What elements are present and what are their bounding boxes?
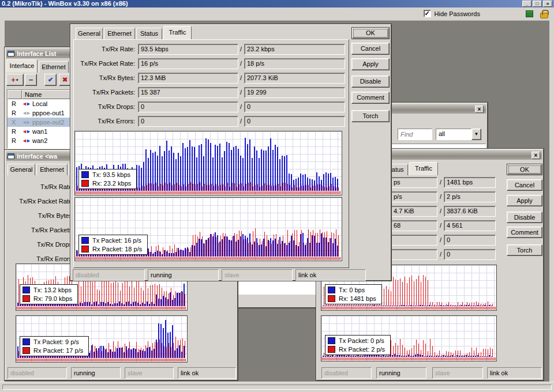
- field-label: Tx/Rx Packet Rate:: [73, 58, 135, 69]
- rx-bytes-field[interactable]: 2077.3 KiB: [244, 73, 345, 84]
- interface-dialog: General Ethernet Status Traffic Tx/Rx Ra…: [70, 24, 391, 281]
- statusbar-groove: [2, 385, 552, 390]
- separator: /: [240, 73, 242, 84]
- separator: /: [440, 177, 441, 188]
- tx-bytes-field[interactable]: 12.3 MiB: [138, 73, 238, 84]
- packet-rate-chart: Tx Packet: 0 p/sRx Packet: 2 p/s: [321, 315, 497, 361]
- tx-drops-field[interactable]: 0: [138, 101, 238, 112]
- rx-field[interactable]: 2 p/s: [444, 191, 496, 202]
- rx-packets-field[interactable]: 19 299: [244, 87, 345, 98]
- chart-baseline: [76, 257, 341, 260]
- legend-swatch: [23, 338, 30, 345]
- minimize-icon[interactable]: _: [522, 1, 531, 7]
- chart-legend: Tx Packet: 0 p/sRx Packet: 2 p/s: [325, 335, 391, 355]
- apply-button[interactable]: Apply: [351, 58, 390, 70]
- rx-field[interactable]: 4 561: [444, 220, 496, 231]
- separator: /: [440, 191, 441, 202]
- interface-name: pppoe-out2: [32, 118, 65, 127]
- enable-button[interactable]: ✔: [44, 74, 57, 86]
- remove-button[interactable]: −: [25, 74, 37, 86]
- add-button[interactable]: +▼: [6, 74, 24, 86]
- tab-traffic[interactable]: Traffic: [163, 26, 192, 39]
- status-disabled: disabled: [73, 269, 145, 281]
- disable-button[interactable]: Disable: [507, 212, 542, 223]
- apply-button[interactable]: Apply: [507, 195, 542, 206]
- rx-packet-rate-field[interactable]: 18 p/s: [244, 58, 345, 69]
- chart-legend: Tx Packet: 16 p/sRx Packet: 18 p/s: [78, 235, 148, 255]
- chart-legend: Tx: 13.2 kbpsRx: 79.0 kbps: [20, 284, 78, 304]
- legend-label: Tx Packet: 16 p/s: [92, 237, 141, 244]
- tab-ethernet[interactable]: Ethernet: [104, 28, 135, 39]
- chart-baseline: [322, 357, 496, 360]
- flag-column-header[interactable]: [8, 90, 22, 99]
- legend-label: Rx: 23.2 kbps: [92, 180, 131, 187]
- field-label: Tx/Rx Errors:: [73, 116, 135, 126]
- tab-traffic[interactable]: Traffic: [409, 162, 438, 175]
- app-title: 0.2 (MikroTik) - WinBox v3.30 on x86 (x8…: [2, 0, 128, 7]
- legend-swatch: [328, 287, 335, 293]
- legend-label: Rx: 79.0 kbps: [33, 295, 72, 302]
- rx-field[interactable]: 0: [444, 235, 496, 246]
- field-label: Tx/Rx Drops:: [73, 101, 135, 112]
- cancel-button[interactable]: Cancel: [351, 43, 390, 55]
- rx-drops-field[interactable]: 0: [244, 101, 345, 112]
- rx-field[interactable]: 3837.6 KiB: [444, 206, 496, 217]
- tab-ethernet[interactable]: Ethernet: [39, 61, 69, 73]
- disable-button[interactable]: ✖: [59, 74, 71, 86]
- tab-interface[interactable]: Interface: [6, 59, 38, 73]
- tx-packets-field[interactable]: 15 387: [138, 87, 238, 98]
- field-label: Tx/Rx Rate: [5, 182, 72, 192]
- filter-select[interactable]: all: [436, 129, 471, 140]
- torch-button[interactable]: Torch: [351, 110, 390, 122]
- ok-button[interactable]: OK: [351, 27, 390, 39]
- separator: /: [240, 58, 242, 69]
- comment-button[interactable]: Comment: [351, 92, 390, 104]
- separator: /: [240, 101, 242, 112]
- field-label: Tx/Rx Packets:: [73, 87, 135, 97]
- status-link-ok: link ok: [178, 367, 236, 379]
- tab-status[interactable]: Status: [136, 28, 162, 39]
- tab-ethernet[interactable]: Ethernet: [36, 164, 68, 175]
- hide-passwords-toggle[interactable]: ✓ Hide Passwords: [424, 10, 480, 17]
- tx-errors-field[interactable]: 0: [138, 116, 238, 127]
- cancel-button[interactable]: Cancel: [507, 179, 542, 191]
- interface-name: wan2: [32, 136, 47, 145]
- rx-field[interactable]: 0: [444, 249, 496, 260]
- app-titlebar[interactable]: 0.2 (MikroTik) - WinBox v3.30 on x86 (x8…: [0, 0, 554, 7]
- status-slave: slave: [222, 269, 293, 281]
- rx-errors-field[interactable]: 0: [244, 116, 345, 127]
- interface-name: wan1: [32, 127, 47, 136]
- tx-rate-field[interactable]: 93.5 kbps: [138, 44, 238, 55]
- separator: /: [440, 235, 441, 246]
- find-input[interactable]: [398, 129, 432, 140]
- disable-button[interactable]: Disable: [351, 76, 390, 88]
- torch-button[interactable]: Torch: [507, 244, 542, 256]
- ethernet-icon: ◄►: [22, 136, 32, 145]
- tab-general[interactable]: General: [8, 164, 35, 175]
- filter-dropdown-icon[interactable]: ▼: [471, 129, 481, 140]
- checkbox-icon[interactable]: ✓: [424, 10, 431, 17]
- maximize-icon[interactable]: □: [533, 1, 542, 7]
- legend-label: Tx: 93.5 kbps: [92, 171, 130, 178]
- ok-button[interactable]: OK: [507, 164, 542, 175]
- close-icon[interactable]: ×: [475, 105, 484, 113]
- rx-rate-field[interactable]: 23.2 kbps: [244, 44, 345, 55]
- legend-swatch: [328, 346, 335, 353]
- legend-label: Rx: 1481 bps: [339, 295, 376, 302]
- comment-button[interactable]: Comment: [507, 227, 542, 238]
- legend-swatch: [81, 237, 89, 244]
- close-icon[interactable]: ×: [531, 152, 540, 159]
- chart-legend: Tx: 0 bpsRx: 1481 bps: [325, 284, 382, 304]
- legend-swatch: [23, 347, 30, 354]
- pppoe-icon: ◄►: [22, 108, 32, 118]
- status-link-ok: link ok: [295, 269, 366, 281]
- close-icon[interactable]: ×: [543, 1, 552, 7]
- secure-lock-icon: [540, 13, 548, 18]
- tab-general[interactable]: General: [76, 28, 103, 39]
- field-label: Tx/Rx Bytes:: [73, 73, 135, 83]
- status-link-ok: link ok: [487, 367, 542, 379]
- legend-label: Rx Packet: 2 p/s: [339, 346, 385, 353]
- field-label: Tx/Rx Errors: [5, 254, 72, 264]
- rx-field[interactable]: 1481 bps: [444, 177, 496, 188]
- tx-packet-rate-field[interactable]: 16 p/s: [138, 58, 238, 69]
